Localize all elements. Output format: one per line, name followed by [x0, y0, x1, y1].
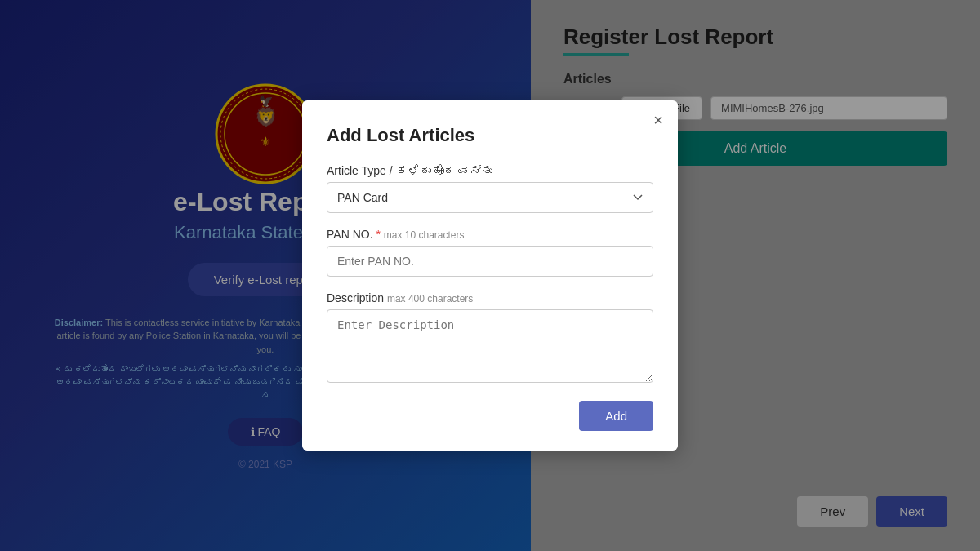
description-label-text: Description — [327, 291, 384, 304]
description-label: Description max 400 characters — [327, 291, 653, 304]
modal-overlay: × Add Lost Articles Article Type / ಕಳೆದು… — [0, 0, 980, 551]
article-type-select[interactable]: PAN Card Aadhar Card Passport Driving Li… — [327, 182, 653, 213]
add-lost-articles-modal: × Add Lost Articles Article Type / ಕಳೆದು… — [302, 100, 678, 451]
pan-no-label: PAN NO. * max 10 characters — [327, 228, 653, 241]
pan-no-group: PAN NO. * max 10 characters — [327, 228, 653, 277]
pan-no-input[interactable] — [327, 246, 653, 277]
article-type-label: Article Type / ಕಳೆದುಹೋದ ವಸ್ತು — [327, 164, 653, 177]
description-hint: max 400 characters — [387, 293, 473, 304]
description-group: Description max 400 characters — [327, 291, 653, 386]
pan-no-hint: max 10 characters — [384, 229, 465, 241]
pan-no-label-text: PAN NO. — [327, 228, 373, 241]
modal-title: Add Lost Articles — [327, 125, 653, 146]
pan-no-required: * — [376, 228, 380, 241]
modal-footer: Add — [327, 401, 653, 431]
modal-add-button[interactable]: Add — [579, 401, 653, 431]
modal-close-button[interactable]: × — [653, 112, 663, 128]
article-type-group: Article Type / ಕಳೆದುಹೋದ ವಸ್ತು PAN Card A… — [327, 164, 653, 213]
description-textarea[interactable] — [327, 309, 653, 383]
